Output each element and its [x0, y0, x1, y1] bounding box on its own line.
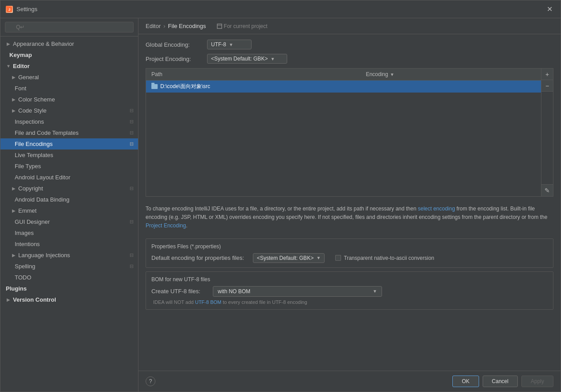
- sidebar-item-label: Inspections: [15, 118, 128, 125]
- sidebar-item-label: Emmet: [18, 207, 134, 214]
- table-row[interactable]: D:\code\面向对象\src: [146, 81, 541, 93]
- sidebar-item-label: Color Scheme: [18, 96, 134, 103]
- sidebar-item-emmet[interactable]: ▶ Emmet: [0, 205, 138, 216]
- copy-icon: ⊟: [128, 108, 134, 114]
- edit-row-button[interactable]: ✎: [541, 185, 553, 196]
- help-button[interactable]: ?: [146, 376, 155, 386]
- add-row-button[interactable]: +: [541, 69, 553, 80]
- sidebar-item-label: Copyright: [18, 185, 128, 192]
- sidebar-item-label: File Types: [15, 163, 134, 170]
- bom-create-label: Create UTF-8 files:: [151, 288, 209, 295]
- app-icon: J: [6, 6, 13, 13]
- sidebar-item-language-injections[interactable]: ▶ Language Injections ⊟: [0, 250, 138, 261]
- remove-icon: −: [545, 83, 549, 89]
- cancel-button[interactable]: Cancel: [483, 376, 518, 387]
- sidebar-item-live-templates[interactable]: Live Templates: [0, 150, 138, 161]
- sidebar-item-plugins[interactable]: Plugins: [0, 283, 138, 294]
- table-body: D:\code\面向对象\src: [146, 81, 541, 196]
- copy-icon: ⊟: [128, 219, 134, 225]
- bom-create-dropdown[interactable]: with NO BOM ▼: [213, 286, 382, 297]
- sort-icon: ▼: [390, 72, 394, 77]
- global-encoding-value: UTF-8: [211, 41, 226, 48]
- sidebar-item-version-control[interactable]: ▶ Version Control: [0, 294, 138, 305]
- sidebar-item-spelling[interactable]: Spelling ⊟: [0, 261, 138, 272]
- transparent-checkbox-wrapper: Transparent native-to-ascii conversion: [335, 255, 434, 261]
- sidebar-item-font[interactable]: Font: [0, 83, 138, 94]
- transparent-label: Transparent native-to-ascii conversion: [344, 255, 434, 261]
- bom-create-row: Create UTF-8 files: with NO BOM ▼: [151, 286, 548, 297]
- remove-row-button[interactable]: −: [541, 80, 553, 92]
- sidebar-item-label: TODO: [15, 274, 134, 281]
- title-bar-left: J Settings: [6, 6, 37, 13]
- project-encoding-link: Project Encoding: [146, 222, 186, 229]
- sidebar-item-gui-designer[interactable]: GUI Designer ⊟: [0, 216, 138, 227]
- transparent-checkbox[interactable]: [335, 255, 341, 261]
- project-icon: [217, 24, 222, 29]
- project-encoding-row: Project Encoding: <System Default: GBK> …: [146, 54, 553, 64]
- breadcrumb: Editor › File Encodings: [146, 23, 206, 29]
- select-encoding-link: select encoding: [418, 206, 455, 212]
- window-title: Settings: [16, 6, 37, 12]
- sidebar-item-code-style[interactable]: ▶ Code Style ⊟: [0, 105, 138, 116]
- properties-encoding-value: <System Default: GBK>: [257, 255, 313, 261]
- apply-button[interactable]: Apply: [521, 376, 553, 387]
- sidebar-item-general[interactable]: ▶ General: [0, 72, 138, 83]
- sidebar-item-file-encodings[interactable]: File Encodings ⊟: [0, 138, 138, 150]
- for-current-project-button[interactable]: For current project: [217, 23, 268, 29]
- bom-section-title: BOM for new UTF-8 files: [151, 276, 548, 283]
- close-button[interactable]: ✕: [544, 4, 555, 14]
- encodings-table: Path Encoding ▼ D:\code\面向对象: [146, 68, 541, 197]
- sidebar-item-editor[interactable]: ▼ Editor: [0, 61, 138, 72]
- panel-header: Editor › File Encodings For current proj…: [138, 18, 561, 34]
- copy-icon: ⊟: [128, 186, 134, 192]
- encoding-column-label: Encoding: [366, 71, 388, 77]
- global-encoding-row: Global Encoding: UTF-8 ▼: [146, 40, 553, 49]
- sidebar-item-todo[interactable]: TODO: [0, 272, 138, 283]
- sidebar-item-images[interactable]: Images: [0, 227, 138, 238]
- sidebar-item-intentions[interactable]: Intentions: [0, 238, 138, 250]
- sidebar-item-inspections[interactable]: Inspections ⊟: [0, 116, 138, 127]
- sidebar-item-copyright[interactable]: ▶ Copyright ⊟: [0, 183, 138, 194]
- sidebar-item-label: File and Code Templates: [15, 129, 128, 136]
- encodings-table-container: Path Encoding ▼ D:\code\面向对象: [146, 68, 553, 197]
- table-tools: + − ✎: [541, 68, 553, 197]
- sidebar-item-label: Editor: [13, 63, 134, 69]
- chevron-icon: ▶: [11, 186, 16, 191]
- table-cell-path: D:\code\面向对象\src: [160, 83, 210, 90]
- sidebar-item-label: Images: [15, 230, 134, 236]
- chevron-icon: ▶: [11, 108, 16, 113]
- chevron-icon: ▶: [11, 75, 16, 80]
- ok-button[interactable]: OK: [452, 376, 479, 387]
- sidebar-item-android-layout-editor[interactable]: Android Layout Editor: [0, 172, 138, 183]
- sidebar-item-file-code-templates[interactable]: File and Code Templates ⊟: [0, 127, 138, 138]
- sidebar-item-label: GUI Designer: [15, 218, 128, 225]
- cancel-label: Cancel: [492, 378, 508, 384]
- sidebar-item-keymap[interactable]: Keymap: [0, 49, 138, 61]
- breadcrumb-current: File Encodings: [168, 23, 206, 29]
- search-wrapper: 🔍: [5, 22, 134, 32]
- global-encoding-label: Global Encoding:: [146, 41, 203, 48]
- add-icon: +: [545, 71, 549, 77]
- sidebar-item-appearance[interactable]: ▶ Appearance & Behavior: [0, 38, 138, 49]
- properties-encoding-label: Default encoding for properties files:: [151, 255, 249, 261]
- copy-icon: ⊟: [128, 252, 134, 259]
- sidebar-item-color-scheme[interactable]: ▶ Color Scheme: [0, 94, 138, 105]
- bom-info-part1: IDEA will NOT add: [153, 299, 195, 305]
- sidebar-item-label: Plugins: [6, 285, 134, 292]
- sidebar-item-label: File Encodings: [15, 141, 128, 147]
- project-encoding-dropdown[interactable]: <System Default: GBK> ▼: [207, 54, 287, 64]
- chevron-icon: ▶: [11, 97, 16, 102]
- sidebar-item-android-data-binding[interactable]: Android Data Binding: [0, 194, 138, 205]
- properties-encoding-row: Default encoding for properties files: <…: [151, 253, 548, 263]
- utf8-bom-link: UTF-8 BOM: [195, 299, 221, 305]
- dropdown-arrow-icon: ▼: [270, 57, 275, 61]
- encoding-info-text: To change encoding IntelliJ IDEA uses fo…: [146, 201, 553, 234]
- sidebar-item-file-types[interactable]: File Types: [0, 161, 138, 172]
- chevron-icon: ▼: [6, 64, 11, 69]
- search-box: 🔍: [0, 18, 138, 36]
- sidebar-item-label: Language Injections: [18, 252, 128, 259]
- global-encoding-dropdown[interactable]: UTF-8 ▼: [207, 40, 252, 49]
- dropdown-arrow-icon: ▼: [316, 255, 321, 260]
- search-input[interactable]: [5, 22, 134, 32]
- properties-encoding-dropdown[interactable]: <System Default: GBK> ▼: [253, 253, 325, 263]
